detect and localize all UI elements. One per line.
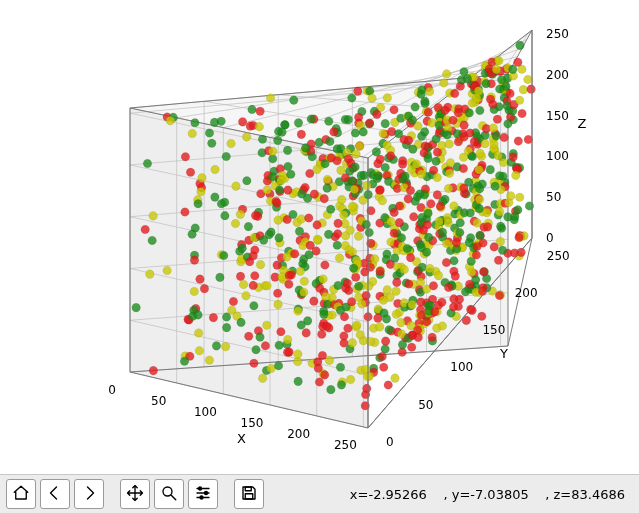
x-axis-label: X: [237, 431, 246, 446]
svg-point-407: [296, 267, 305, 276]
svg-point-504: [398, 160, 407, 169]
svg-point-171: [196, 275, 205, 284]
svg-point-418: [363, 181, 372, 190]
svg-point-926: [438, 322, 447, 331]
svg-point-1034: [465, 280, 474, 289]
svg-point-269: [194, 329, 203, 338]
svg-text:100: 100: [194, 405, 217, 419]
svg-point-410: [394, 129, 403, 138]
svg-point-254: [239, 280, 248, 289]
svg-point-53: [166, 116, 175, 125]
svg-point-114: [221, 211, 230, 220]
svg-point-579: [274, 361, 283, 370]
svg-point-133: [351, 129, 360, 138]
svg-point-62: [207, 139, 216, 148]
svg-point-261: [256, 260, 265, 269]
svg-point-831: [436, 202, 445, 211]
svg-point-1018: [473, 242, 482, 251]
svg-point-426: [252, 345, 261, 354]
svg-point-77: [211, 165, 220, 174]
svg-text:0: 0: [546, 231, 554, 245]
svg-point-74: [141, 225, 150, 234]
svg-point-808: [423, 220, 432, 229]
svg-point-497: [275, 341, 284, 350]
svg-point-1049: [515, 233, 524, 242]
svg-point-153: [308, 152, 317, 161]
svg-point-999: [527, 85, 536, 94]
svg-point-817: [509, 65, 518, 74]
svg-point-534: [321, 292, 330, 301]
svg-point-767: [356, 331, 365, 340]
svg-text:50: 50: [546, 190, 561, 204]
svg-point-507: [351, 273, 360, 282]
svg-point-333: [222, 323, 231, 332]
svg-point-141: [263, 186, 272, 195]
svg-point-877: [418, 263, 427, 272]
svg-point-660: [415, 190, 424, 199]
svg-point-173: [284, 186, 293, 195]
svg-point-110: [297, 130, 306, 139]
svg-point-159: [275, 186, 284, 195]
svg-point-130: [190, 256, 199, 265]
svg-point-934: [456, 219, 465, 228]
svg-point-613: [390, 229, 399, 238]
svg-point-855: [468, 152, 477, 161]
svg-point-1039: [498, 246, 507, 255]
svg-point-113: [354, 87, 363, 96]
svg-point-919: [384, 381, 393, 390]
svg-point-59: [217, 117, 226, 126]
svg-point-83: [148, 236, 157, 245]
forward-button[interactable]: [74, 479, 104, 509]
svg-point-152: [277, 176, 286, 185]
svg-point-350: [348, 176, 357, 185]
svg-point-1023: [449, 303, 458, 312]
svg-point-827: [392, 287, 401, 296]
svg-point-907: [495, 171, 504, 180]
svg-point-443: [335, 254, 344, 263]
svg-point-657: [392, 310, 401, 319]
svg-point-838: [459, 153, 468, 162]
svg-rect-1077: [245, 493, 253, 498]
svg-point-631: [406, 186, 415, 195]
svg-point-850: [422, 248, 431, 257]
navigation-toolbar: x=-2.95266 , y=-7.03805 , z=83.4686: [0, 474, 639, 513]
svg-point-484: [277, 327, 286, 336]
svg-point-258: [365, 119, 374, 128]
svg-point-1014: [514, 137, 523, 146]
svg-point-168: [219, 251, 228, 260]
svg-point-1042: [515, 193, 524, 202]
svg-point-199: [216, 273, 225, 282]
zoom-icon: [160, 484, 178, 505]
configure-button[interactable]: [188, 479, 218, 509]
svg-point-1004: [438, 298, 447, 307]
svg-point-1072: [163, 487, 172, 496]
svg-point-819: [392, 278, 401, 287]
svg-point-459: [333, 241, 342, 250]
svg-point-225: [267, 228, 276, 237]
svg-point-975: [475, 184, 484, 193]
svg-point-377: [313, 235, 322, 244]
svg-point-994: [494, 151, 503, 160]
home-button[interactable]: [6, 479, 36, 509]
svg-point-237: [289, 210, 298, 219]
svg-point-156: [287, 170, 296, 179]
svg-point-603: [387, 217, 396, 226]
svg-point-963: [391, 374, 400, 383]
zoom-button[interactable]: [154, 479, 184, 509]
save-button[interactable]: [234, 479, 264, 509]
svg-point-70: [227, 139, 236, 148]
svg-point-283: [352, 150, 361, 159]
pan-button[interactable]: [120, 479, 150, 509]
plot-canvas[interactable]: 0501001502002500501001502002500501001502…: [0, 0, 639, 475]
svg-point-408: [244, 332, 253, 341]
svg-point-604: [320, 310, 329, 319]
svg-point-924: [378, 352, 387, 361]
svg-point-895: [425, 264, 434, 273]
svg-point-256: [359, 128, 368, 137]
svg-point-446: [381, 163, 390, 172]
svg-point-321: [326, 205, 335, 214]
svg-point-747: [482, 79, 491, 88]
svg-point-856: [435, 217, 444, 226]
svg-point-88: [211, 193, 220, 202]
back-button[interactable]: [40, 479, 70, 509]
